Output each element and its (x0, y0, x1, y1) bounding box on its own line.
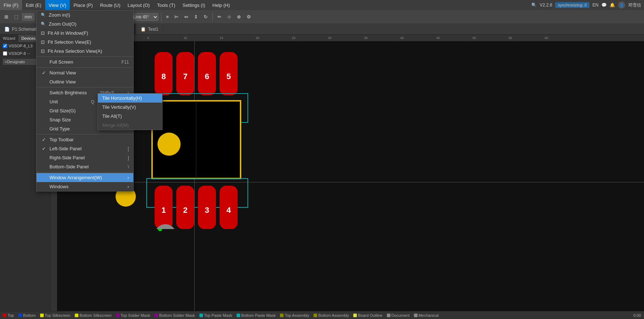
settings-btn[interactable]: ⚙ (245, 13, 253, 21)
dd-left-panel-label: Left-Side Panel (49, 146, 82, 151)
layer-top-paste-label: Top Paste Mask (204, 313, 232, 318)
dd-zoom-in-label: Zoom in(I) (49, 12, 70, 18)
layer-mechanical-label: Mechanical (419, 313, 439, 318)
dd-grid-type-label: Grid Type (49, 126, 70, 132)
toolbar-select-btn[interactable]: ⬚ (12, 13, 21, 21)
language[interactable]: EN (592, 3, 598, 8)
dd-right-panel[interactable]: Right-Side Panel ] (36, 153, 133, 162)
menu-tools[interactable]: Tools (T) (154, 0, 179, 10)
dd-zoom-in[interactable]: 🔍 Zoom in(I) (36, 10, 133, 20)
flip-v-btn[interactable]: ⇕ (192, 13, 200, 21)
align-btn[interactable]: ≡ (164, 13, 171, 21)
flip-h-btn[interactable]: ⇔ (182, 13, 190, 21)
svg-text:5: 5 (147, 36, 149, 40)
layer-bottom-assembly[interactable]: Bottom Assembly (314, 313, 349, 318)
layer-board-outline-dot (353, 314, 357, 317)
distribute-btn[interactable]: ⊨ (172, 13, 181, 21)
layer-bottom-dot (18, 314, 22, 317)
dd-fit-selection-label: Fit Selection View(E) (48, 39, 91, 45)
pcb-canvas[interactable]: 8 7 6 5 (57, 41, 644, 311)
submenu-tile-all[interactable]: Tile All(T) (98, 112, 162, 121)
dd-bottom-panel[interactable]: Bottom-Side Panel \ (36, 162, 133, 171)
dd-window-arrangement[interactable]: Window Arrangement(W) › (36, 173, 133, 182)
search-icon[interactable]: 🔍 (531, 3, 537, 8)
dd-fullscreen[interactable]: Full Screen F11 (36, 57, 133, 66)
dd-zoom-out-label: Zoom Out(O) (49, 21, 77, 27)
layer-bottom-paste-label: Bottom Paste Mask (241, 313, 276, 318)
dd-fit-area[interactable]: ⊡ Fit Area Selection View(A) (36, 47, 133, 56)
canvas-area[interactable]: -5 0 5 10 15 20 25 30 35 40 45 50 55 60 (51, 35, 644, 311)
layer-bottom-paste-dot (237, 314, 240, 317)
svg-rect-0 (57, 35, 644, 41)
dd-outline-view[interactable]: Outline View (36, 77, 133, 86)
dd-left-panel[interactable]: ✓ Left-Side Panel [ (36, 144, 133, 153)
layer-bottom[interactable]: Bottom (18, 313, 36, 318)
layer-top-assembly[interactable]: Top Assembly (280, 313, 309, 318)
svg-text:35: 35 (364, 36, 368, 40)
dd-top-toolbar[interactable]: ✓ Top Toolbar (36, 135, 133, 144)
menu-view[interactable]: View (V) (45, 0, 70, 10)
menu-layout[interactable]: Layout (O) (124, 0, 153, 10)
layer-top[interactable]: Top (3, 313, 14, 318)
submenu-tile-h[interactable]: Tile Horizontally(H) (98, 94, 162, 103)
layer-board-outline[interactable]: Board Outline (353, 313, 382, 318)
svg-text:60: 60 (545, 36, 548, 40)
unit-shortcut: Q (91, 99, 94, 104)
bell-icon[interactable]: 🔔 (610, 3, 615, 8)
dd-fit-all[interactable]: ⊡ Fit All in Window(F) (36, 29, 133, 38)
unit-display: mm (22, 13, 34, 21)
dd-fit-selection[interactable]: ⊡ Fit Selection View(E) (36, 38, 133, 47)
rotate-btn[interactable]: ↻ (202, 13, 210, 21)
svg-text:30: 30 (328, 36, 332, 40)
submenu-tile-v[interactable]: Tile Vertically(V) (98, 103, 162, 112)
layer-bottom-solder[interactable]: Bottom Solder Mask (155, 313, 195, 318)
svg-text:40: 40 (400, 36, 404, 40)
layer-bottom-silk[interactable]: Bottom Silkscreen (75, 313, 112, 318)
user-avatar[interactable]: 👤 (618, 1, 625, 9)
svg-text:4: 4 (226, 206, 231, 215)
layer-top-solder[interactable]: Top Solder Mask (116, 313, 150, 318)
submenu-merge-all[interactable]: Merge All(M) (98, 121, 162, 130)
dd-zoom-out[interactable]: 🔍 Zoom Out(O) (36, 20, 133, 29)
dd-sep5 (36, 172, 133, 172)
menu-file[interactable]: File (F) (0, 0, 22, 10)
svg-text:10: 10 (183, 36, 187, 40)
device-label-vssop-8: VSSOP-8 ··· (9, 51, 30, 56)
svg-text:45: 45 (436, 36, 440, 40)
layer-document-dot (387, 314, 390, 317)
pencil-btn[interactable]: ✏ (215, 13, 224, 21)
layer-mechanical[interactable]: Mechanical (414, 313, 439, 318)
tab-test[interactable]: 📋 Test1 (136, 24, 163, 34)
measure-btn[interactable]: ⊹ (225, 13, 233, 21)
left-panel-shortcut: [ (128, 146, 129, 151)
device-checkbox-vssop-8[interactable] (3, 51, 7, 56)
chat-icon[interactable]: 💬 (601, 3, 607, 8)
panel-tab-devices[interactable]: Devices (18, 35, 39, 42)
device-label-vssop-l3: VSSOP-8_L3 (9, 44, 33, 48)
dd-fit-all-label: Fit All in Window(F) (48, 30, 88, 36)
dd-sep2 (36, 67, 133, 68)
dd-normal-view-label: Normal View (49, 70, 76, 76)
layer-top-silk[interactable]: Top Silkscreen (40, 313, 71, 318)
menu-help[interactable]: Help (H) (209, 0, 233, 10)
dd-windows[interactable]: Windows › (36, 182, 133, 191)
menu-route[interactable]: Route (U) (96, 0, 124, 10)
device-checkbox-vssop-l3[interactable] (3, 44, 7, 48)
layer-top-solder-dot (116, 314, 120, 317)
toolbar-grid-btn[interactable]: ⊞ (2, 13, 10, 21)
dd-window-arrangement-label: Window Arrangement(W) (49, 175, 102, 180)
snap-btn[interactable]: ⊕ (235, 13, 243, 21)
fit-area-icon: ⊡ (41, 48, 45, 54)
dd-normal-view[interactable]: ✓ Normal View (36, 68, 133, 77)
menu-edit[interactable]: Edit (E) (22, 0, 45, 10)
layer-document[interactable]: Document (387, 313, 410, 318)
layer-bottom-paste[interactable]: Bottom Paste Mask (237, 313, 276, 318)
panel-tab-wizard[interactable]: Wizard (0, 35, 18, 42)
layer-bottom-assembly-dot (314, 314, 317, 317)
layer-mechanical-dot (414, 314, 418, 317)
menu-settings[interactable]: Settings (I) (179, 0, 209, 10)
menu-place[interactable]: Place (P) (70, 0, 96, 10)
layer-top-paste[interactable]: Top Paste Mask (199, 313, 232, 318)
svg-text:5: 5 (226, 72, 231, 81)
svg-text:2: 2 (183, 206, 187, 215)
